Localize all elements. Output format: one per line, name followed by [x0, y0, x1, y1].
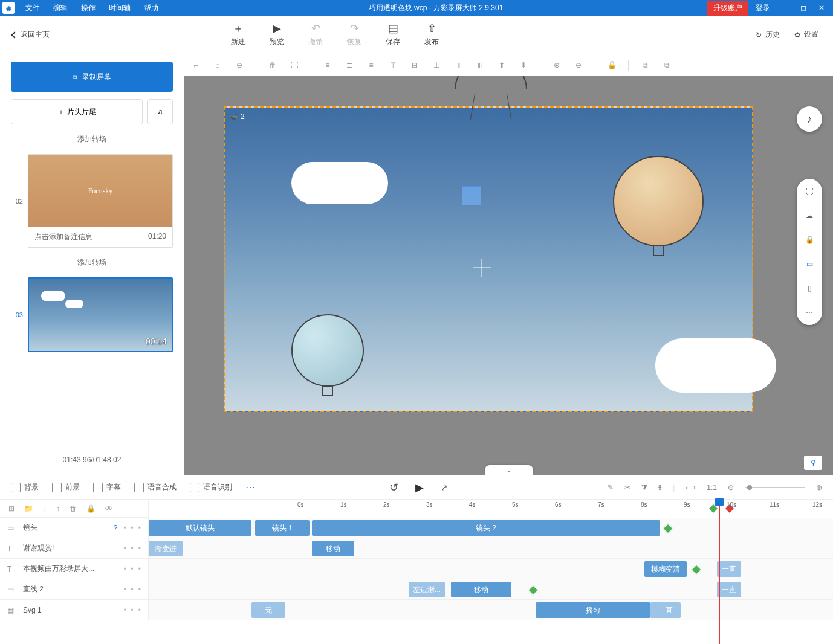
- menu-edit[interactable]: 编辑: [47, 1, 74, 16]
- timeline-clip[interactable]: 模糊变清: [644, 561, 687, 577]
- lock-icon[interactable]: 🔓: [606, 60, 617, 71]
- close-icon[interactable]: ✕: [812, 1, 831, 14]
- transition-label-2[interactable]: 添加转场: [11, 255, 173, 270]
- tool-恢复[interactable]: ↷恢复: [347, 22, 361, 47]
- track-lane[interactable]: 左边渐...移动一直: [149, 579, 833, 599]
- transition-label[interactable]: 添加转场: [11, 132, 173, 147]
- align-center-icon[interactable]: ≣: [344, 60, 355, 71]
- fullscreen-icon[interactable]: ⛶: [804, 186, 815, 197]
- timeline-clip[interactable]: 左边渐...: [409, 582, 445, 597]
- mobile-icon[interactable]: ▯: [804, 283, 815, 294]
- cloud-icon[interactable]: ☁: [804, 210, 815, 221]
- monitor-icon[interactable]: ▭: [804, 259, 815, 269]
- lock-track-icon[interactable]: 🔒: [86, 504, 96, 513]
- paste-icon[interactable]: ⧉: [661, 60, 672, 71]
- selection-box[interactable]: [462, 186, 481, 205]
- upgrade-button[interactable]: 升级账户: [707, 1, 748, 16]
- tab-more-button[interactable]: ⋯: [245, 481, 255, 493]
- tab-background[interactable]: 背景: [11, 482, 39, 492]
- playhead[interactable]: [719, 500, 720, 644]
- cloud-graphic[interactable]: [655, 338, 776, 393]
- timeline-clip[interactable]: 镜头 2: [312, 520, 660, 536]
- add-track-icon[interactable]: ⊞: [8, 504, 15, 513]
- music-button[interactable]: ♫: [147, 99, 173, 124]
- rewind-icon[interactable]: ↺: [389, 481, 398, 494]
- intro-outro-button[interactable]: ＋ 片头片尾: [11, 99, 143, 124]
- tool-预览[interactable]: ▶预览: [270, 22, 284, 47]
- fit-icon[interactable]: ⟷: [686, 483, 696, 492]
- copy-icon[interactable]: ⧉: [640, 60, 650, 71]
- tab-subtitle[interactable]: 字幕: [93, 482, 121, 492]
- keyframe-diamond[interactable]: [528, 585, 539, 596]
- balloon-graphic[interactable]: [613, 156, 704, 246]
- down-icon[interactable]: ↓: [43, 504, 47, 513]
- track-head[interactable]: ▭直线 2•••: [0, 579, 149, 599]
- ruler-icon[interactable]: ⌐: [190, 60, 201, 71]
- tool-设置[interactable]: ✿设置: [794, 30, 818, 40]
- align-right-icon[interactable]: ≡: [366, 60, 377, 71]
- zoom-in-tl-icon[interactable]: ⊕: [816, 483, 822, 492]
- canvas-stage[interactable]: 📹 2 ♪ ⛶ ☁ 🔓 ▭ ▯ ⋯ ⚲ ⌄: [184, 76, 833, 475]
- timeline-clip[interactable]: 移动: [451, 582, 511, 597]
- track-head[interactable]: ▭镜头?•••: [0, 518, 149, 538]
- play-icon[interactable]: ▶: [415, 481, 424, 494]
- track-lane[interactable]: 渐变进移动: [149, 538, 833, 558]
- zoom-out-tl-icon[interactable]: ⊖: [728, 483, 734, 492]
- cut-icon[interactable]: ✂: [624, 483, 630, 492]
- scene-thumb-02[interactable]: 02 Focusky 点击添加备注信息 01:20: [11, 154, 173, 248]
- track-dots[interactable]: •••: [123, 524, 141, 532]
- eye-icon[interactable]: 👁: [105, 504, 112, 513]
- dist-v-icon[interactable]: ⫼: [475, 60, 485, 71]
- zoom-out-icon[interactable]: ⊖: [573, 60, 584, 71]
- magnet-icon[interactable]: ⧱: [658, 483, 662, 492]
- zoom-slider[interactable]: [745, 487, 805, 488]
- expand-icon[interactable]: ⤢: [441, 483, 448, 492]
- crop-icon[interactable]: ⛶: [289, 60, 300, 71]
- timeline-clip[interactable]: 摇匀: [536, 602, 650, 618]
- tool-保存[interactable]: ▤保存: [386, 22, 400, 47]
- cloud-graphic[interactable]: [291, 162, 388, 204]
- minimize-icon[interactable]: —: [776, 1, 794, 14]
- filter-icon[interactable]: ⧩: [641, 483, 647, 492]
- canvas-frame[interactable]: 📹 2: [224, 106, 753, 412]
- tool-新建[interactable]: ＋新建: [231, 22, 245, 47]
- layer-down-icon[interactable]: ⬇: [518, 60, 529, 71]
- unlock-icon[interactable]: 🔓: [804, 234, 815, 245]
- align-mid-icon[interactable]: ⊟: [409, 60, 420, 71]
- collapse-toggle[interactable]: ⌄: [485, 465, 533, 475]
- maximize-icon[interactable]: ◻: [794, 1, 812, 14]
- zoom-in-icon[interactable]: ⊕: [551, 60, 562, 71]
- align-left-icon[interactable]: ≡: [322, 60, 333, 71]
- more-icon[interactable]: ⋯: [804, 307, 815, 318]
- help-icon[interactable]: ?: [114, 524, 118, 532]
- timeline-clip[interactable]: 移动: [312, 541, 354, 556]
- tool-发布[interactable]: ⇧发布: [424, 22, 439, 47]
- audio-fab-button[interactable]: ♪: [797, 106, 822, 132]
- align-top-icon[interactable]: ⊤: [387, 60, 398, 71]
- track-dots[interactable]: •••: [123, 565, 141, 573]
- dist-h-icon[interactable]: ⫴: [453, 60, 464, 71]
- track-head[interactable]: ▦Svg 1•••: [0, 600, 149, 620]
- menu-timeline[interactable]: 时间轴: [103, 1, 137, 16]
- circle-icon[interactable]: ⊖: [234, 60, 245, 71]
- timeline-clip[interactable]: 一直: [717, 582, 741, 597]
- location-pin-icon[interactable]: ⚲: [804, 456, 822, 470]
- folder-icon[interactable]: 📁: [24, 504, 33, 513]
- menu-action[interactable]: 操作: [75, 1, 102, 16]
- tab-asr[interactable]: 语音识别: [190, 482, 232, 492]
- balloon-graphic[interactable]: [291, 314, 364, 387]
- timeline-clip[interactable]: 渐变进: [149, 541, 183, 556]
- track-lane[interactable]: 默认镜头镜头 1镜头 2: [149, 518, 833, 538]
- home-icon[interactable]: ⌂: [212, 60, 223, 71]
- track-lane[interactable]: 模糊变清一直: [149, 559, 833, 579]
- layer-up-icon[interactable]: ⬆: [496, 60, 507, 71]
- trash-icon[interactable]: 🗑: [267, 60, 278, 71]
- tab-tts[interactable]: 语音合成: [134, 482, 177, 492]
- thumb-note[interactable]: 点击添加备注信息: [34, 232, 92, 242]
- timeline-clip[interactable]: 一直: [650, 602, 681, 618]
- balloon-top-graphic[interactable]: [455, 76, 527, 114]
- menu-file[interactable]: 文件: [19, 1, 46, 16]
- back-home-button[interactable]: 返回主页: [0, 30, 62, 40]
- track-head[interactable]: T谢谢观赏!•••: [0, 538, 149, 558]
- edit-icon[interactable]: ✎: [608, 483, 614, 492]
